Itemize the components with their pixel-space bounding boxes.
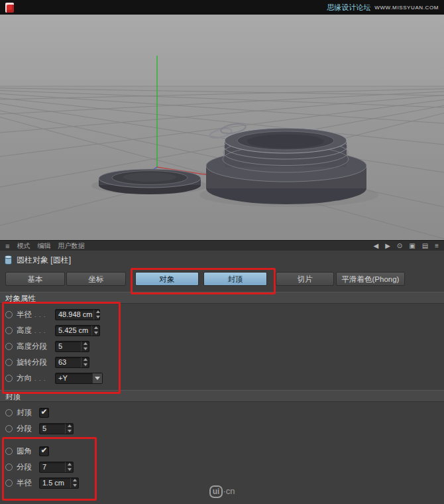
viewport-3d[interactable] [0,15,444,240]
row-rotation-segments: 旋转分段 63 [0,354,444,370]
row-cap-segments: 分段 5 [0,420,444,436]
ui-cn-logo-icon: ui [209,485,223,498]
height-segments-input[interactable]: 5 [55,341,89,352]
leader-dots: . . . [34,312,46,318]
site-url: WWW.MISSYUAN.COM [374,5,439,11]
tab-slice[interactable]: 切片 [276,272,334,286]
history-forward-icon[interactable]: ▶ [385,242,390,249]
keyframe-dot-icon[interactable] [5,343,13,350]
viewport-sky [0,15,444,86]
site-name: 思缘设计论坛 [327,3,370,13]
orientation-label: 方向 [17,373,32,383]
row-fillet-segments: 分段 7 [0,459,444,475]
keyframe-dot-icon[interactable] [5,464,13,471]
keyframe-dot-icon[interactable] [5,359,13,366]
leader-dots: . . . [34,375,46,382]
watermark-suffix: ·cn [223,486,235,496]
fillet-checkbox[interactable]: ✔ [39,446,49,456]
orientation-dropdown[interactable]: +Y [55,373,103,384]
row-caps: 封顶 ✔ [0,405,444,420]
tab-phong[interactable]: 平滑着色(Phong) [336,272,405,286]
menu-userdata[interactable]: 用户数据 [58,241,84,251]
rotation-segments-label: 旋转分段 [17,357,47,367]
fillet-segments-label: 分段 [17,462,32,472]
row-height: 高度. . . 5.425 cm [0,322,444,338]
object-properties-rows: 半径. . . 48.948 cm 高度. . . 5.425 cm 高度分段 … [0,306,444,386]
fillet-segments-input[interactable]: 7 [39,462,74,473]
disc-object[interactable] [99,169,201,194]
cylinder-icon [4,255,13,265]
radius-label: 半径 [17,310,32,320]
record-icon[interactable]: ⊙ [397,242,402,249]
keyframe-dot-icon[interactable] [5,409,13,416]
chevron-down-icon[interactable] [92,373,102,383]
spinner-icon[interactable] [81,342,89,351]
section-caps: 封顶 [0,390,444,402]
object-title: 圆柱对象 [圆柱] [17,255,71,266]
height-segments-label: 高度分段 [17,342,47,351]
spinner-icon[interactable] [93,310,101,320]
object-header: 圆柱对象 [圆柱] [0,252,71,268]
spinner-icon[interactable] [65,424,73,434]
row-fillet: 圆角 ✔ [0,443,444,459]
spinner-icon[interactable] [81,357,89,367]
tab-coordinates[interactable]: 坐标 [66,272,126,286]
caps-rows: 封顶 ✔ 分段 5 圆角 ✔ 分段 7 [0,405,444,491]
menu-mode[interactable]: 模式 [17,241,30,251]
row-radius: 半径. . . 48.948 cm [0,306,444,322]
tab-caps[interactable]: 封顶 [203,272,267,286]
caps-checkbox[interactable]: ✔ [39,408,49,418]
rotation-segments-input[interactable]: 63 [55,357,89,368]
attribute-panel: 圆柱对象 [圆柱] 基本 坐标 对象 封顶 切片 平滑着色(Phong) 对象属… [0,251,444,504]
keyframe-dot-icon[interactable] [5,311,13,318]
height-label: 高度 [17,326,32,336]
menu-edit[interactable]: 编辑 [37,241,50,251]
tab-object[interactable]: 对象 [135,272,199,286]
viewport-canvas [0,15,444,240]
forum-logo-icon [5,3,14,13]
radius-input[interactable]: 48.948 cm [55,309,100,320]
spinner-icon[interactable] [65,462,73,472]
keyframe-dot-icon[interactable] [5,327,13,334]
spinner-icon[interactable] [91,326,99,336]
watermark: ui·cn [0,485,444,498]
keyframe-dot-icon[interactable] [5,448,13,455]
row-height-segments: 高度分段 5 [0,338,444,354]
row-orientation: 方向. . . +Y [0,370,444,386]
cap-segments-input[interactable]: 5 [39,423,74,434]
caps-label: 封顶 [17,408,32,418]
layout-icon[interactable]: ▤ [422,242,428,249]
app-window: 思缘设计论坛 WWW.MISSYUAN.COM [0,0,444,504]
panel-menu-icon[interactable]: ≡ [435,242,439,249]
leader-dots: . . . [34,328,46,334]
tab-basic[interactable]: 基本 [5,272,65,286]
cap-segments-label: 分段 [17,424,32,434]
history-back-icon[interactable]: ◀ [373,242,378,249]
keyframe-dot-icon[interactable] [5,425,13,432]
panel-hamburger-icon[interactable]: ≡ [5,242,9,250]
titlebar: 思缘设计论坛 WWW.MISSYUAN.COM [0,0,444,15]
keyframe-dot-icon[interactable] [5,375,13,382]
section-object-properties: 对象属性 [0,292,444,304]
attribute-manager-menubar: ≡ 模式 编辑 用户数据 ◀ ▶ ⊙ ▣ ▤ ≡ [0,240,444,251]
float-window-icon[interactable]: ▣ [409,242,415,249]
fillet-label: 圆角 [17,446,32,456]
height-input[interactable]: 5.425 cm [55,325,100,336]
